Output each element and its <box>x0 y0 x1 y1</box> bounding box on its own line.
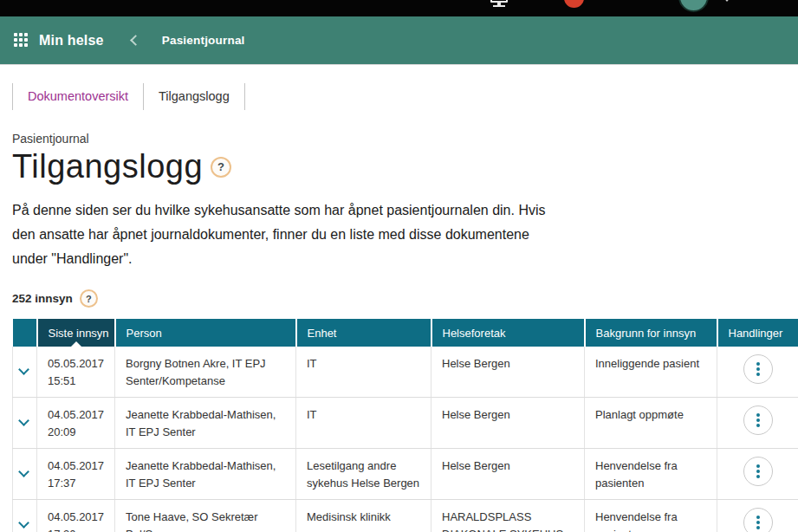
table-header-row: Siste innsyn Person Enhet Helseforetak B… <box>13 319 798 347</box>
cell-helseforetak: HARALDSPLASS DIAKONALE SYKEHUS AS <box>431 500 585 532</box>
header-siste-innsyn[interactable]: Siste innsyn <box>37 319 115 347</box>
row-actions-button[interactable] <box>743 457 773 486</box>
row-actions-button[interactable] <box>743 405 773 435</box>
title-help-icon[interactable]: ? <box>211 157 231 178</box>
cell-siste-innsyn: 04.05.201717:30 <box>37 500 115 532</box>
chevron-down-icon[interactable] <box>18 466 29 477</box>
header-enhet[interactable]: Enhet <box>296 319 431 347</box>
row-actions-button[interactable] <box>743 508 773 532</box>
access-log-table: Siste innsyn Person Enhet Helseforetak B… <box>12 319 798 532</box>
header-person[interactable]: Person <box>115 319 296 347</box>
page-content: Dokumentoversikt Tilgangslogg Pasientjou… <box>0 83 798 532</box>
monitor-icon-base <box>493 5 505 7</box>
header-bakgrunn[interactable]: Bakgrunn for innsyn <box>585 319 717 347</box>
user-avatar[interactable] <box>678 0 709 12</box>
header-helseforetak[interactable]: Helseforetak <box>431 319 585 347</box>
cell-helseforetak: Helse Bergen <box>431 398 585 449</box>
count-help-icon[interactable]: ? <box>80 289 98 308</box>
chevron-left-icon[interactable] <box>130 35 141 46</box>
cell-person: Jeanette Krabbedal-Mathisen, IT EPJ Sent… <box>115 398 296 449</box>
header-expand-column <box>13 319 37 347</box>
cell-bakgrunn: Henvendelse fra pasienten <box>585 500 717 532</box>
cell-helseforetak: Helse Bergen <box>431 449 585 500</box>
cell-person: Borgny Botnen Akre, IT EPJ Senter/Kompet… <box>115 347 296 398</box>
tab-tilgangslogg[interactable]: Tilgangslogg <box>143 83 245 110</box>
page-description: På denne siden ser du hvilke sykehusansa… <box>12 198 567 271</box>
row-actions-button[interactable] <box>743 354 773 384</box>
page-title: Tilgangslogg <box>12 148 203 185</box>
apps-grid-icon[interactable] <box>14 33 29 48</box>
cell-siste-innsyn: 04.05.201717:37 <box>37 449 115 500</box>
sort-ascending-arrow-icon <box>71 341 81 347</box>
table-row: 04.05.201717:37 Jeanette Krabbedal-Mathi… <box>13 449 798 500</box>
cell-person: Jeanette Krabbedal-Mathisen, IT EPJ Sent… <box>115 449 296 500</box>
chevron-down-icon[interactable] <box>18 415 29 426</box>
page-eyebrow: Pasientjournal <box>12 132 786 146</box>
cell-helseforetak: Helse Bergen <box>431 347 585 398</box>
cell-bakgrunn: Inneliggende pasient <box>585 347 717 398</box>
cell-enhet: Medisinsk klinikk <box>296 500 431 532</box>
chevron-down-icon[interactable] <box>18 517 29 529</box>
header-handlinger[interactable]: Handlinger <box>717 319 798 347</box>
cell-siste-innsyn: 04.05.201720:09 <box>37 398 115 449</box>
cell-enhet: IT <box>296 347 431 398</box>
tab-dokumentoversikt[interactable]: Dokumentoversikt <box>12 83 143 110</box>
navbar-section-title[interactable]: Pasientjournal <box>162 34 245 47</box>
table-row: 04.05.201720:09 Jeanette Krabbedal-Mathi… <box>13 398 798 449</box>
cell-bakgrunn: Planlagt oppmøte <box>585 398 717 449</box>
caret-down-icon[interactable] <box>723 0 731 2</box>
cell-enhet: Lesetilgang andre sykehus Helse Bergen <box>296 449 431 500</box>
main-navbar: Min helse Pasientjournal <box>0 16 798 65</box>
chevron-down-icon[interactable] <box>18 364 29 375</box>
browser-chrome-strip <box>0 0 798 16</box>
table-row: 04.05.201717:30 Tone Haave, SO Sekretær … <box>13 500 798 532</box>
cell-person: Tone Haave, SO Sekretær Pol/Seng <box>115 500 296 532</box>
cell-siste-innsyn: 05.05.201715:51 <box>37 347 115 398</box>
innsyn-count: 252 innsyn <box>12 292 73 305</box>
cell-bakgrunn: Henvendelse fra pasienten <box>585 449 717 500</box>
cell-enhet: IT <box>296 398 431 449</box>
app-title[interactable]: Min helse <box>39 33 104 49</box>
tab-bar: Dokumentoversikt Tilgangslogg <box>12 83 786 110</box>
record-dot-icon[interactable] <box>564 0 584 8</box>
table-row: 05.05.201715:51 Borgny Botnen Akre, IT E… <box>13 347 798 398</box>
